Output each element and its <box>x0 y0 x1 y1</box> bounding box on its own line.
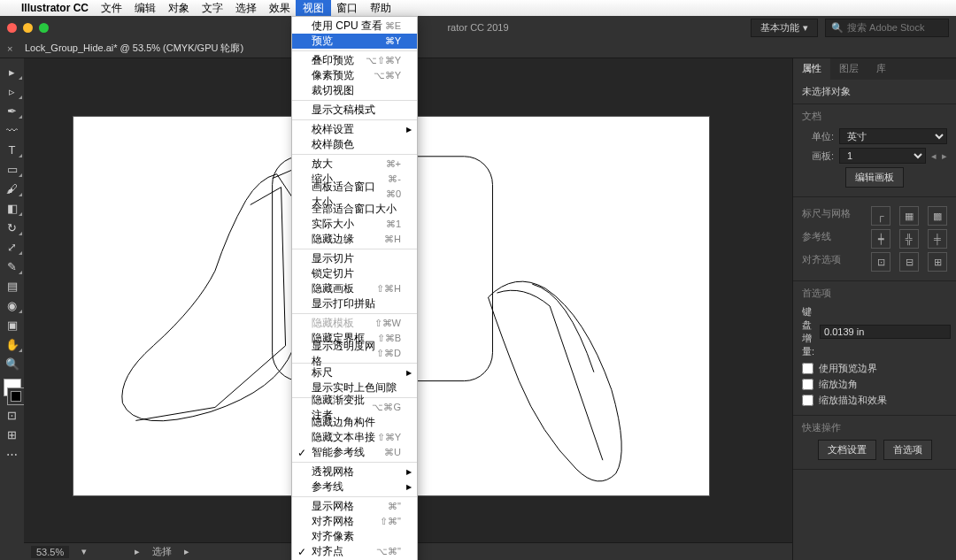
window-title: rator CC 2019 <box>447 22 508 33</box>
eraser-tool[interactable]: ◧ <box>0 198 24 218</box>
menu-select[interactable]: 选择 <box>235 1 257 16</box>
edit-toolbar-icon[interactable]: ⋯ <box>0 444 24 464</box>
document-tab[interactable]: × Lock_Group_Hide.ai* @ 53.5% (CMYK/GPU … <box>0 39 254 58</box>
unit-select[interactable]: 英寸 <box>839 128 947 144</box>
artboard-next-icon[interactable]: ▸ <box>942 150 947 162</box>
menu-view[interactable]: 视图 <box>296 0 331 17</box>
menu-help[interactable]: 帮助 <box>370 1 391 16</box>
edit-artboard-button[interactable]: 编辑画板 <box>845 167 904 188</box>
menu-item[interactable]: 透视网格▶ <box>292 464 417 479</box>
keyboard-increment-input[interactable] <box>820 325 951 339</box>
menu-item[interactable]: 隐藏文本串接⇧⌘Y <box>292 430 417 445</box>
scale-strokes-checkbox[interactable]: 缩放描边和效果 <box>802 394 947 407</box>
menu-item[interactable]: 全部适合窗口大小 <box>292 202 417 217</box>
workspace-switcher[interactable]: 基本功能 ▾ <box>751 19 818 37</box>
submenu-arrow-icon: ▶ <box>406 483 412 491</box>
minimize-window-button[interactable] <box>23 23 33 33</box>
menu-item[interactable]: 预览⌘Y <box>292 34 417 49</box>
curvature-tool[interactable]: 〰 <box>0 120 24 140</box>
menu-item[interactable]: 校样设置▶ <box>292 122 417 137</box>
rectangle-tool[interactable]: ▭ <box>0 159 24 179</box>
artboard-prev-icon[interactable]: ◂ <box>931 150 937 162</box>
menu-item[interactable]: 对齐像素 <box>292 529 417 544</box>
menu-item[interactable]: 锁定切片 <box>292 266 417 281</box>
gradient-tool[interactable]: ▤ <box>0 276 24 295</box>
smart-guides-icon[interactable]: ╪ <box>928 229 947 249</box>
screen-mode-icon[interactable]: ⊞ <box>0 425 24 444</box>
guides-show-icon[interactable]: ┿ <box>871 229 890 249</box>
grid-icon[interactable]: ▦ <box>899 206 919 226</box>
menu-item[interactable]: ✓智能参考线⌘U <box>292 445 417 460</box>
menu-window[interactable]: 窗口 <box>336 1 358 16</box>
menu-item[interactable]: 参考线▶ <box>292 479 417 495</box>
menu-item[interactable]: 显示打印拼贴 <box>292 296 417 311</box>
menu-item[interactable]: 标尺▶ <box>292 365 417 380</box>
close-window-button[interactable] <box>7 23 17 33</box>
snap-pixel-icon[interactable]: ⊞ <box>928 252 947 272</box>
menu-item[interactable]: 对齐网格⇧⌘" <box>292 514 417 529</box>
scale-tool[interactable]: ⤢ <box>0 237 24 257</box>
menu-item[interactable]: 显示切片 <box>292 251 417 266</box>
fill-stroke-swatch[interactable] <box>0 379 24 405</box>
menu-item[interactable]: ✓对齐点⌥⌘" <box>292 544 417 559</box>
tab-layers[interactable]: 图层 <box>830 58 867 80</box>
menu-item[interactable]: 隐藏边缘⌘H <box>292 232 417 247</box>
menu-item[interactable]: 显示文稿模式 <box>292 103 417 118</box>
type-tool[interactable]: T <box>0 140 24 159</box>
zoom-window-button[interactable] <box>39 23 49 33</box>
zoom-tool[interactable]: 🔍 <box>0 354 24 373</box>
close-tab-icon[interactable]: × <box>7 43 12 54</box>
search-stock-field[interactable]: 🔍 搜索 Adobe Stock <box>825 19 949 37</box>
stroke-swatch[interactable] <box>7 387 25 405</box>
menu-item[interactable]: 显示网格⌘" <box>292 499 417 514</box>
menu-item[interactable]: 实际大小⌘1 <box>292 217 417 232</box>
menu-item[interactable]: 显示透明度网格⇧⌘D <box>292 346 417 361</box>
menu-type[interactable]: 文字 <box>202 1 223 16</box>
eyedropper-tool[interactable]: ✎ <box>0 257 24 276</box>
menu-item[interactable]: 裁切视图 <box>292 83 417 98</box>
menu-edit[interactable]: 编辑 <box>135 1 156 16</box>
menu-file[interactable]: 文件 <box>101 1 122 16</box>
menu-item[interactable]: 画板适合窗口大小⌘0 <box>292 187 417 202</box>
menu-item[interactable]: 使用 CPU 查看⌘E <box>292 19 417 34</box>
status-selection: 选择 <box>152 545 172 558</box>
menu-item[interactable]: 校样颜色 <box>292 137 417 152</box>
preferences-button[interactable]: 首选项 <box>883 440 932 460</box>
pen-tool[interactable]: ✒ <box>0 101 24 120</box>
zoom-level[interactable]: 53.5% <box>31 546 69 558</box>
menu-item[interactable]: 隐藏画板⇧⌘H <box>292 281 417 296</box>
document-setup-button[interactable]: 文档设置 <box>818 440 876 460</box>
snap-point-icon[interactable]: ⊡ <box>871 252 890 272</box>
shape-builder-tool[interactable]: ◉ <box>0 295 24 315</box>
guides-lock-icon[interactable]: ╬ <box>899 229 919 249</box>
artboard-tool[interactable]: ▣ <box>0 315 24 334</box>
hand-tool[interactable]: ✋ <box>0 334 24 354</box>
menu-effect[interactable]: 效果 <box>269 1 290 16</box>
scale-corners-checkbox[interactable]: 缩放边角 <box>802 378 947 391</box>
menu-object[interactable]: 对象 <box>168 1 189 16</box>
menu-item[interactable]: 像素预览⌥⌘Y <box>292 68 417 83</box>
menu-item[interactable]: 放大⌘+ <box>292 157 417 172</box>
paintbrush-tool[interactable]: 🖌 <box>0 179 24 198</box>
unit-label: 单位: <box>802 130 834 143</box>
shortcut-label: ⌘H <box>384 234 401 245</box>
artboard-select[interactable]: 1 <box>839 148 926 164</box>
use-preview-bounds-checkbox[interactable]: 使用预览边界 <box>802 362 947 375</box>
app-name[interactable]: Illustrator CC <box>21 2 89 14</box>
snap-grid-icon[interactable]: ⊟ <box>899 252 919 272</box>
direct-selection-tool[interactable]: ▹ <box>0 81 24 101</box>
ruler-icon[interactable]: ┌ <box>871 206 890 226</box>
tab-properties[interactable]: 属性 <box>793 58 830 80</box>
transparency-grid-icon[interactable]: ▩ <box>928 206 947 226</box>
draw-mode-icon[interactable]: ⊡ <box>0 405 24 425</box>
zoom-dropdown-icon[interactable]: ▾ <box>81 546 87 557</box>
menu-item-label: 显示文稿模式 <box>312 103 375 118</box>
menu-item-label: 锁定切片 <box>312 266 354 281</box>
selection-tool[interactable]: ▸ <box>0 62 24 81</box>
tab-libraries[interactable]: 库 <box>867 58 895 80</box>
menu-item[interactable]: 叠印预览⌥⇧⌘Y <box>292 53 417 68</box>
rotate-tool[interactable]: ↻ <box>0 218 24 237</box>
menu-item[interactable]: 隐藏渐变批注者⌥⌘G <box>292 400 417 415</box>
menu-item[interactable]: 隐藏边角构件 <box>292 415 417 430</box>
properties-panel: 属性 图层 库 未选择对象 文档 单位: 英寸 画板: 1 ◂ ▸ 编辑画板 标… <box>792 58 956 560</box>
